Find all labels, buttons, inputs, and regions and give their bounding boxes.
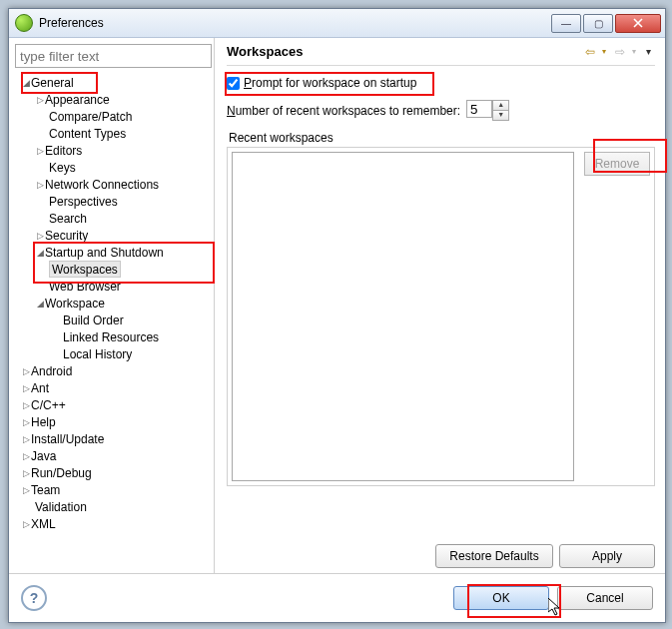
help-icon[interactable]: ?	[21, 585, 47, 611]
view-menu-icon[interactable]: ▾	[641, 45, 655, 59]
ok-button[interactable]: OK	[453, 586, 549, 610]
tree-item[interactable]: C/C++	[31, 398, 66, 412]
tree-item[interactable]: Android	[31, 364, 72, 378]
tree-item-startup[interactable]: Startup and Shutdown	[45, 246, 164, 260]
filter-input[interactable]	[15, 44, 212, 68]
expand-icon[interactable]: ▷	[35, 231, 45, 241]
tree-item[interactable]: Java	[31, 449, 56, 463]
expand-icon[interactable]: ▷	[35, 146, 45, 156]
preference-tree[interactable]: ◢General ▷Appearance Compare/Patch Conte…	[15, 74, 212, 570]
prompt-checkbox[interactable]	[227, 77, 240, 90]
apply-button[interactable]: Apply	[559, 544, 655, 568]
expand-icon[interactable]: ▷	[21, 434, 31, 444]
expand-icon[interactable]: ◢	[35, 299, 45, 309]
tree-item[interactable]: Install/Update	[31, 432, 104, 446]
remove-button: Remove	[584, 152, 650, 176]
recent-count-label: Number of recent workspaces to remember:	[227, 104, 460, 118]
close-button[interactable]	[615, 14, 661, 33]
expand-icon[interactable]: ▷	[21, 400, 31, 410]
expand-icon[interactable]: ▷	[21, 519, 31, 529]
tree-item[interactable]: Build Order	[63, 314, 124, 327]
expand-icon[interactable]: ▷	[21, 485, 31, 495]
sidebar: ◢General ▷Appearance Compare/Patch Conte…	[9, 38, 215, 574]
tree-item[interactable]: Content Types	[49, 127, 126, 141]
expand-icon[interactable]: ▷	[21, 383, 31, 393]
expand-icon[interactable]: ▷	[35, 95, 45, 105]
expand-icon[interactable]: ◢	[35, 248, 45, 258]
tree-item[interactable]: Network Connections	[45, 178, 159, 192]
forward-menu-icon: ▾	[627, 45, 641, 59]
tree-item[interactable]: Local History	[63, 347, 132, 361]
tree-item[interactable]: Workspace	[45, 297, 105, 311]
tree-item[interactable]: Editors	[45, 144, 82, 158]
tree-item[interactable]: Web Browser	[49, 280, 121, 294]
prompt-checkbox-row[interactable]: Prompt for workspace on startup	[227, 76, 655, 90]
page-title: Workspaces	[227, 44, 303, 59]
title-bar: Preferences — ▢	[9, 9, 665, 38]
window-title: Preferences	[39, 16, 104, 30]
spinner-down-icon[interactable]: ▼	[492, 110, 509, 121]
expand-icon[interactable]: ▷	[21, 417, 31, 427]
tree-item[interactable]: Linked Resources	[63, 330, 159, 344]
tree-item[interactable]: Keys	[49, 161, 76, 175]
recent-workspaces-list[interactable]	[232, 152, 574, 481]
forward-icon: ⇨	[613, 45, 627, 59]
main-panel: Workspaces ⇦▾ ⇨▾ ▾ Prompt for workspace …	[215, 38, 665, 574]
recent-count-input[interactable]	[466, 100, 492, 118]
spinner-up-icon[interactable]: ▲	[492, 100, 509, 110]
minimize-button[interactable]: —	[551, 14, 581, 33]
tree-item-general[interactable]: General	[31, 76, 74, 90]
tree-item[interactable]: Run/Debug	[31, 466, 92, 480]
back-menu-icon[interactable]: ▾	[597, 45, 611, 59]
tree-item[interactable]: XML	[31, 517, 56, 531]
back-icon[interactable]: ⇦	[583, 45, 597, 59]
expand-icon[interactable]: ▷	[35, 180, 45, 190]
recent-workspaces-label: Recent workspaces	[229, 131, 655, 145]
tree-item[interactable]: Team	[31, 483, 60, 497]
recent-workspaces-group: Remove	[227, 147, 655, 486]
restore-defaults-button[interactable]: Restore Defaults	[435, 544, 553, 568]
app-icon	[15, 14, 33, 32]
expand-icon[interactable]: ▷	[21, 366, 31, 376]
expand-icon[interactable]: ▷	[21, 468, 31, 478]
cancel-button[interactable]: Cancel	[557, 586, 653, 610]
tree-item-workspaces[interactable]: Workspaces	[49, 261, 121, 278]
tree-item[interactable]: Perspectives	[49, 195, 118, 209]
maximize-button[interactable]: ▢	[583, 14, 613, 33]
tree-item[interactable]: Compare/Patch	[49, 110, 132, 124]
tree-item[interactable]: Validation	[35, 500, 87, 514]
tree-item[interactable]: Ant	[31, 381, 49, 395]
tree-item[interactable]: Search	[49, 212, 87, 226]
expand-icon[interactable]: ◢	[21, 78, 31, 88]
prompt-label: Prompt for workspace on startup	[244, 76, 416, 90]
tree-item[interactable]: Security	[45, 229, 88, 243]
tree-item[interactable]: Appearance	[45, 93, 110, 107]
tree-item[interactable]: Help	[31, 415, 56, 429]
expand-icon[interactable]: ▷	[21, 451, 31, 461]
